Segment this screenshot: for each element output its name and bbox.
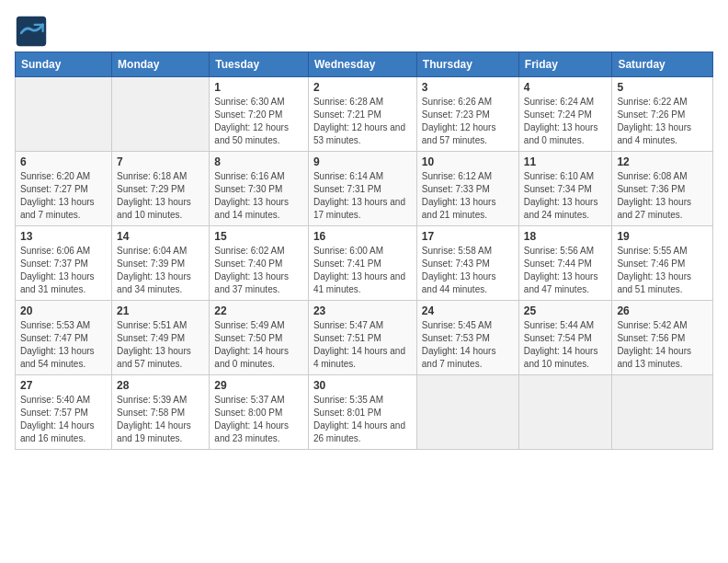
header-friday: Friday: [518, 52, 612, 77]
day-number: 21: [117, 304, 204, 317]
header-sunday: Sunday: [16, 52, 112, 77]
day-number: 7: [117, 155, 204, 168]
day-detail: Sunrise: 6:24 AM Sunset: 7:24 PM Dayligh…: [524, 96, 608, 147]
calendar-cell: 6Sunrise: 6:20 AM Sunset: 7:27 PM Daylig…: [16, 152, 112, 226]
day-number: 2: [313, 81, 412, 94]
day-number: 1: [214, 81, 303, 94]
calendar-cell: 21Sunrise: 5:51 AM Sunset: 7:49 PM Dayli…: [112, 301, 210, 375]
day-number: 11: [524, 155, 608, 168]
logo: [15, 15, 51, 48]
day-number: 26: [617, 304, 708, 317]
day-number: 17: [422, 230, 514, 243]
day-detail: Sunrise: 6:18 AM Sunset: 7:29 PM Dayligh…: [117, 170, 204, 222]
calendar-cell: 3Sunrise: 6:26 AM Sunset: 7:23 PM Daylig…: [416, 77, 518, 152]
day-detail: Sunrise: 5:37 AM Sunset: 8:00 PM Dayligh…: [214, 394, 303, 445]
day-number: 28: [117, 379, 204, 392]
calendar-cell: 16Sunrise: 6:00 AM Sunset: 7:41 PM Dayli…: [308, 226, 416, 301]
day-number: 15: [214, 230, 303, 243]
calendar-cell: 14Sunrise: 6:04 AM Sunset: 7:39 PM Dayli…: [112, 226, 210, 301]
day-detail: Sunrise: 5:40 AM Sunset: 7:57 PM Dayligh…: [20, 394, 107, 445]
calendar-cell: [112, 77, 210, 152]
calendar-table: SundayMondayTuesdayWednesdayThursdayFrid…: [15, 52, 713, 450]
calendar-cell: 23Sunrise: 5:47 AM Sunset: 7:51 PM Dayli…: [308, 301, 416, 375]
day-number: 30: [313, 379, 412, 392]
day-detail: Sunrise: 6:00 AM Sunset: 7:41 PM Dayligh…: [313, 245, 412, 296]
day-number: 25: [524, 304, 608, 317]
svg-rect-0: [17, 17, 46, 46]
calendar-cell: 9Sunrise: 6:14 AM Sunset: 7:31 PM Daylig…: [308, 152, 416, 226]
day-detail: Sunrise: 5:45 AM Sunset: 7:53 PM Dayligh…: [422, 319, 514, 371]
header-tuesday: Tuesday: [210, 52, 309, 77]
day-detail: Sunrise: 6:12 AM Sunset: 7:33 PM Dayligh…: [422, 170, 514, 222]
calendar-cell: 19Sunrise: 5:55 AM Sunset: 7:46 PM Dayli…: [612, 226, 713, 301]
day-number: 6: [20, 155, 107, 168]
day-number: 22: [214, 304, 303, 317]
calendar-cell: 1Sunrise: 6:30 AM Sunset: 7:20 PM Daylig…: [210, 77, 309, 152]
calendar-cell: 17Sunrise: 5:58 AM Sunset: 7:43 PM Dayli…: [416, 226, 518, 301]
calendar-cell: 15Sunrise: 6:02 AM Sunset: 7:40 PM Dayli…: [210, 226, 309, 301]
week-row-3: 13Sunrise: 6:06 AM Sunset: 7:37 PM Dayli…: [16, 226, 713, 301]
day-number: 24: [422, 304, 514, 317]
header-saturday: Saturday: [612, 52, 713, 77]
day-detail: Sunrise: 6:26 AM Sunset: 7:23 PM Dayligh…: [422, 96, 514, 147]
calendar-cell: [612, 375, 713, 450]
day-detail: Sunrise: 5:44 AM Sunset: 7:54 PM Dayligh…: [524, 319, 608, 371]
day-detail: Sunrise: 6:06 AM Sunset: 7:37 PM Dayligh…: [20, 245, 107, 296]
header-wednesday: Wednesday: [308, 52, 416, 77]
header-row: SundayMondayTuesdayWednesdayThursdayFrid…: [16, 52, 713, 77]
calendar-cell: 2Sunrise: 6:28 AM Sunset: 7:21 PM Daylig…: [308, 77, 416, 152]
day-number: 18: [524, 230, 608, 243]
calendar-cell: 13Sunrise: 6:06 AM Sunset: 7:37 PM Dayli…: [16, 226, 112, 301]
calendar-cell: 12Sunrise: 6:08 AM Sunset: 7:36 PM Dayli…: [612, 152, 713, 226]
day-number: 16: [313, 230, 412, 243]
day-number: 19: [617, 230, 708, 243]
day-number: 4: [524, 81, 608, 94]
calendar-cell: 10Sunrise: 6:12 AM Sunset: 7:33 PM Dayli…: [416, 152, 518, 226]
day-detail: Sunrise: 6:16 AM Sunset: 7:30 PM Dayligh…: [214, 170, 303, 222]
calendar-cell: 7Sunrise: 6:18 AM Sunset: 7:29 PM Daylig…: [112, 152, 210, 226]
day-detail: Sunrise: 5:56 AM Sunset: 7:44 PM Dayligh…: [524, 245, 608, 296]
day-detail: Sunrise: 6:10 AM Sunset: 7:34 PM Dayligh…: [524, 170, 608, 222]
day-detail: Sunrise: 6:28 AM Sunset: 7:21 PM Dayligh…: [313, 96, 412, 147]
week-row-4: 20Sunrise: 5:53 AM Sunset: 7:47 PM Dayli…: [16, 301, 713, 375]
logo-icon: [15, 15, 48, 48]
day-detail: Sunrise: 6:02 AM Sunset: 7:40 PM Dayligh…: [214, 245, 303, 296]
day-detail: Sunrise: 6:04 AM Sunset: 7:39 PM Dayligh…: [117, 245, 204, 296]
day-number: 13: [20, 230, 107, 243]
week-row-5: 27Sunrise: 5:40 AM Sunset: 7:57 PM Dayli…: [16, 375, 713, 450]
calendar-cell: 5Sunrise: 6:22 AM Sunset: 7:26 PM Daylig…: [612, 77, 713, 152]
calendar-cell: [416, 375, 518, 450]
day-detail: Sunrise: 5:47 AM Sunset: 7:51 PM Dayligh…: [313, 319, 412, 371]
day-detail: Sunrise: 5:39 AM Sunset: 7:58 PM Dayligh…: [117, 394, 204, 445]
calendar-cell: [518, 375, 612, 450]
day-number: 27: [20, 379, 107, 392]
day-detail: Sunrise: 5:58 AM Sunset: 7:43 PM Dayligh…: [422, 245, 514, 296]
day-number: 14: [117, 230, 204, 243]
day-detail: Sunrise: 5:51 AM Sunset: 7:49 PM Dayligh…: [117, 319, 204, 371]
calendar-cell: 30Sunrise: 5:35 AM Sunset: 8:01 PM Dayli…: [308, 375, 416, 450]
day-number: 29: [214, 379, 303, 392]
day-detail: Sunrise: 5:49 AM Sunset: 7:50 PM Dayligh…: [214, 319, 303, 371]
calendar-cell: 27Sunrise: 5:40 AM Sunset: 7:57 PM Dayli…: [16, 375, 112, 450]
day-number: 8: [214, 155, 303, 168]
calendar-cell: 18Sunrise: 5:56 AM Sunset: 7:44 PM Dayli…: [518, 226, 612, 301]
day-detail: Sunrise: 6:20 AM Sunset: 7:27 PM Dayligh…: [20, 170, 107, 222]
day-detail: Sunrise: 5:55 AM Sunset: 7:46 PM Dayligh…: [617, 245, 708, 296]
page-header: [15, 15, 713, 48]
day-number: 9: [313, 155, 412, 168]
calendar-cell: 25Sunrise: 5:44 AM Sunset: 7:54 PM Dayli…: [518, 301, 612, 375]
day-number: 12: [617, 155, 708, 168]
calendar-cell: 22Sunrise: 5:49 AM Sunset: 7:50 PM Dayli…: [210, 301, 309, 375]
day-number: 10: [422, 155, 514, 168]
day-number: 23: [313, 304, 412, 317]
calendar-cell: 24Sunrise: 5:45 AM Sunset: 7:53 PM Dayli…: [416, 301, 518, 375]
calendar-cell: [16, 77, 112, 152]
day-detail: Sunrise: 5:35 AM Sunset: 8:01 PM Dayligh…: [313, 394, 412, 445]
day-number: 20: [20, 304, 107, 317]
day-number: 5: [617, 81, 708, 94]
day-number: 3: [422, 81, 514, 94]
calendar-cell: 4Sunrise: 6:24 AM Sunset: 7:24 PM Daylig…: [518, 77, 612, 152]
calendar-cell: 26Sunrise: 5:42 AM Sunset: 7:56 PM Dayli…: [612, 301, 713, 375]
calendar-cell: 11Sunrise: 6:10 AM Sunset: 7:34 PM Dayli…: [518, 152, 612, 226]
week-row-2: 6Sunrise: 6:20 AM Sunset: 7:27 PM Daylig…: [16, 152, 713, 226]
